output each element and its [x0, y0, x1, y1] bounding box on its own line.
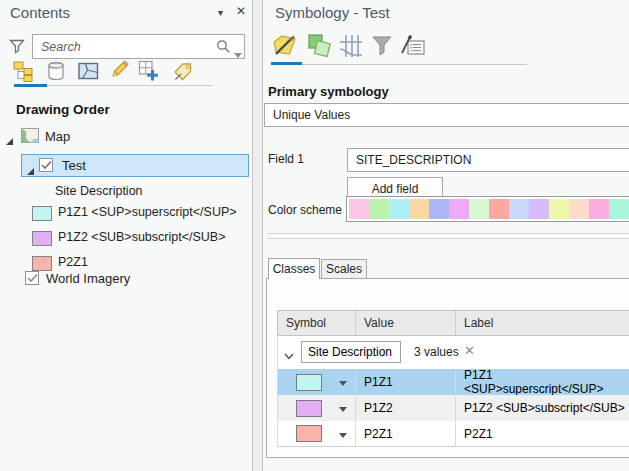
color-scheme-swatch: [569, 199, 589, 219]
cell-label: P2Z1: [456, 421, 629, 446]
search-dropdown-icon[interactable]: [234, 44, 242, 62]
color-scheme-swatch: [449, 199, 469, 219]
app-window: Contents ▾ ✕: [0, 0, 629, 471]
unique-values-table: Symbol Value Label Site Description 3 va…: [277, 310, 629, 450]
column-header-label: Label: [456, 311, 629, 335]
filter-funnel-icon[interactable]: [370, 34, 394, 58]
color-scheme-swatch: [349, 199, 369, 219]
color-scheme-swatch: [509, 199, 529, 219]
search-icon[interactable]: [216, 39, 231, 58]
group-field-input[interactable]: Site Description: [301, 341, 401, 363]
cell-value: P2Z1: [356, 421, 456, 446]
color-scheme-swatch: [369, 199, 389, 219]
map-thumbnail-icon: [21, 128, 39, 147]
symbol-layer-drawing-icon[interactable]: [338, 33, 364, 59]
splitter-grip[interactable]: [267, 238, 629, 239]
symbol-dropdown-icon[interactable]: [339, 427, 347, 441]
field1-label: Field 1: [268, 152, 304, 166]
legend-label: P1Z1 <SUP>superscript</SUP>: [58, 205, 237, 219]
tree-item-test-label[interactable]: Test: [62, 158, 86, 173]
symbol-swatch[interactable]: [296, 400, 322, 417]
legend-field-label: Site Description: [55, 184, 143, 198]
cell-value: P1Z1: [356, 369, 456, 395]
primary-symbology-icon[interactable]: [271, 33, 298, 59]
legend-item: P1Z2 <SUB>subscript</SUB>: [0, 228, 252, 252]
color-scheme-swatch: [489, 199, 509, 219]
color-scheme-swatch: [529, 199, 549, 219]
color-scheme-swatch: [589, 199, 609, 219]
group-row: Site Description 3 values ✕: [277, 336, 629, 369]
list-by-drawing-order-icon[interactable]: [13, 61, 35, 82]
list-by-editing-icon[interactable]: [108, 60, 129, 81]
table-row[interactable]: P1Z2 P1Z2 <SUB>subscript</SUB>: [277, 395, 629, 421]
primary-symbology-heading: Primary symbology: [268, 84, 389, 99]
symbol-swatch[interactable]: [296, 374, 322, 391]
list-by-snapping-icon[interactable]: [138, 60, 159, 81]
chevron-down-icon[interactable]: [284, 349, 294, 363]
symbology-panel-title: Symbology - Test: [275, 4, 390, 21]
table-row[interactable]: P1Z1 P1Z1 <SUP>superscript</SUP>: [277, 369, 629, 395]
legend-label: P1Z2 <SUB>subscript</SUB>: [58, 230, 225, 244]
color-scheme-swatch: [429, 199, 449, 219]
splitter-grip[interactable]: [267, 233, 629, 234]
expander-icon[interactable]: [5, 132, 14, 150]
active-tab-underline: [14, 84, 47, 87]
toolbar-baseline: [302, 64, 527, 65]
color-scheme-swatch: [549, 199, 569, 219]
renderer-select-value: Unique Values: [273, 108, 350, 122]
list-by-data-source-icon[interactable]: [46, 61, 66, 81]
legend-swatch[interactable]: [32, 256, 52, 271]
tab-scales-label: Scales: [326, 262, 362, 276]
basemap-visibility-checkbox[interactable]: [25, 271, 39, 285]
tree-item-map[interactable]: Map: [45, 129, 70, 144]
tree-item-test-selected[interactable]: Test: [21, 154, 249, 177]
table-header-row: Symbol Value Label: [277, 310, 629, 336]
symbol-dropdown-icon[interactable]: [339, 401, 347, 415]
tab-scales[interactable]: Scales: [321, 259, 367, 279]
legend-label: P2Z1: [58, 255, 88, 269]
renderer-select[interactable]: Unique Values: [264, 103, 629, 127]
column-header-symbol: Symbol: [278, 311, 356, 335]
remove-group-icon[interactable]: ✕: [464, 343, 475, 358]
tab-classes-label: Classes: [273, 262, 316, 276]
expander-icon[interactable]: [26, 162, 35, 180]
symbology-panel: Symbology - Test Primary symbology Uniqu…: [263, 0, 629, 471]
advanced-symbology-icon[interactable]: [400, 33, 426, 59]
dock-arrow-icon[interactable]: ▾: [218, 7, 223, 19]
vary-symbology-icon[interactable]: [307, 33, 333, 59]
contents-panel: Contents ▾ ✕: [0, 0, 252, 471]
search-input[interactable]: [32, 34, 245, 59]
color-scheme-select[interactable]: [346, 196, 629, 222]
panel-divider[interactable]: [252, 0, 263, 471]
symbol-dropdown-icon[interactable]: [339, 375, 347, 389]
color-scheme-swatch: [409, 199, 429, 219]
drawing-order-heading: Drawing Order: [16, 102, 110, 117]
tree-item-world-imagery[interactable]: World Imagery: [46, 271, 130, 286]
layer-visibility-checkbox[interactable]: [39, 158, 53, 172]
legend-swatch[interactable]: [32, 206, 52, 221]
legend-item: P1Z1 <SUP>superscript</SUP>: [0, 203, 252, 227]
cell-label: P1Z2 <SUB>subscript</SUB>: [456, 395, 629, 421]
filter-funnel-icon[interactable]: [8, 37, 26, 59]
group-value-count: 3 values: [414, 345, 459, 359]
active-tab-underline: [271, 62, 302, 65]
add-field-button-label: Add field: [372, 182, 419, 196]
tab-classes[interactable]: Classes: [268, 258, 320, 279]
cell-value: P1Z2: [356, 395, 456, 421]
list-by-selection-icon[interactable]: [78, 62, 99, 80]
color-scheme-swatch: [469, 199, 489, 219]
contents-panel-title: Contents: [10, 4, 70, 21]
color-scheme-swatch: [389, 199, 409, 219]
color-scheme-swatch: [609, 199, 629, 219]
field1-select[interactable]: SITE_DESCRIPTION: [347, 148, 629, 172]
legend-swatch[interactable]: [32, 231, 52, 246]
column-header-value: Value: [356, 311, 456, 335]
color-scheme-label: Color scheme: [268, 203, 342, 217]
close-icon[interactable]: ✕: [236, 5, 246, 17]
symbol-swatch[interactable]: [296, 425, 322, 442]
list-by-labeling-icon[interactable]: [172, 61, 194, 81]
cell-label: P1Z1 <SUP>superscript</SUP>: [456, 369, 629, 395]
toolbar-baseline: [47, 85, 213, 86]
field1-select-value: SITE_DESCRIPTION: [356, 153, 471, 167]
table-row[interactable]: P2Z1 P2Z1: [277, 421, 629, 447]
